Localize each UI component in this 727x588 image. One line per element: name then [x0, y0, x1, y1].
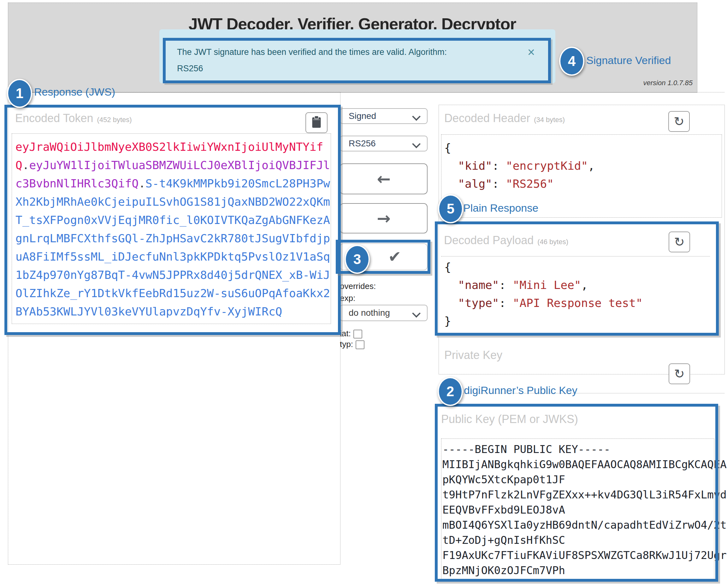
- public-key-line: mBOI4Q6YSXlIa0yzHB69dntN/capadhtEdViZrwO…: [442, 517, 727, 532]
- refresh-icon: ↻: [674, 368, 685, 380]
- code-segment: BYAb53KWLJYVl03keVYUlapvzDqYfv-XyjWIRcQ: [16, 305, 282, 318]
- exp-override-value: do nothing: [349, 308, 390, 318]
- code-segment: :: [492, 159, 506, 172]
- code-segment: [444, 177, 458, 190]
- public-key-line: EEQVBvFFxbd9LEOJ8vA: [442, 502, 727, 517]
- token-type-value: Signed: [349, 111, 376, 121]
- decoded-header-json: { "kid": "encryptKid", "alg": "RS256"}: [444, 139, 595, 211]
- code-segment: "RS256": [506, 177, 554, 190]
- code-line: "alg": "RS256": [444, 175, 595, 193]
- chevron-down-icon: [412, 309, 421, 318]
- code-line: Q.eyJuYW1lIjoiTWluaSBMZWUiLCJ0eXBlIjoiQV…: [16, 156, 330, 174]
- public-key-line: tD+ZoDj+gQnIsHfKhSC: [442, 532, 727, 548]
- check-icon: ✔: [388, 248, 401, 266]
- private-key-title: Private Key: [444, 349, 502, 362]
- right-arrow-icon: →: [377, 209, 391, 228]
- refresh-icon: ↻: [674, 115, 684, 128]
- alert-message-line1: The JWT signature has been verified and …: [177, 44, 518, 60]
- decoded-payload-json: { "name": "Mini Lee", "type": "API Respo…: [444, 258, 643, 330]
- code-segment: OlZIhkZe_rY1DtkVkfEebRd15uz2W-suS6uOPqAf…: [16, 287, 330, 300]
- clipboard-icon: [311, 115, 322, 130]
- code-segment: Xh2KbjMRhAe0kCjeipuILSvhOG1S81jQaxNBD2WO…: [16, 195, 330, 208]
- code-segment: .: [22, 159, 29, 172]
- public-key-line: F19AxUKc7FTiuFKAViUF8SPSXWZGTCa8RKwJ1Uj7…: [442, 548, 727, 563]
- code-line: }: [444, 312, 643, 330]
- decoded-header-title-text: Decoded Header: [444, 112, 530, 125]
- code-segment: "alg": [458, 177, 492, 190]
- code-line: "name": "Mini Lee",: [444, 276, 643, 294]
- typ-label: typ:: [340, 339, 353, 349]
- alert-message: The JWT signature has been verified and …: [177, 44, 518, 77]
- token-type-select[interactable]: Signed: [340, 108, 428, 124]
- public-key-value: -----BEGIN PUBLIC KEY-----MIIBIjANBgkqhk…: [442, 442, 727, 578]
- algorithm-select[interactable]: RS256: [340, 135, 428, 151]
- code-segment: [444, 278, 458, 292]
- code-line: gnLrqLMBFCXthfsGQl-ZhJpHSavC2kR780tJSugV…: [16, 229, 330, 248]
- exp-label: exp:: [340, 293, 355, 303]
- code-segment: c3BvbnNlIHRlc3QifQ: [16, 177, 139, 190]
- jwt-decoder-page: JWT Decoder, Verifier, Generator, Decryp…: [0, 0, 727, 588]
- typ-checkbox[interactable]: [356, 340, 365, 349]
- code-segment: eyJraWQiOiJlbmNyeXB0S2lkIiwiYWxnIjoiUlMy…: [16, 140, 323, 153]
- code-segment: ,: [588, 159, 595, 172]
- refresh-private-key-button[interactable]: ↻: [669, 363, 690, 384]
- public-key-line: BpzMNjOK0zOJFCm7VPh: [442, 563, 727, 578]
- decoded-payload-bytes: (46 bytes): [537, 238, 568, 246]
- code-segment: "Mini Lee": [513, 278, 581, 292]
- copy-token-button[interactable]: [306, 112, 328, 133]
- typ-row: typ:: [340, 339, 365, 349]
- code-line: BYAb53KWLJYVl03keVYUlapvzDqYfv-XyjWIRcQ: [16, 302, 330, 321]
- code-line: T_tsXFPogn0xVVjEqjMR0fic_l0KOIVTKQaZgAbG…: [16, 211, 330, 229]
- exp-override-select[interactable]: do nothing: [340, 305, 428, 321]
- public-key-title: Public Key (PEM or JWKS): [441, 413, 578, 426]
- decode-left-button[interactable]: ←: [340, 163, 428, 194]
- encoded-token-value: eyJraWQiOiJlbmNyeXB0S2lkIiwiYWxnIjoiUlMy…: [16, 138, 330, 321]
- code-segment: :: [499, 278, 513, 292]
- public-key-line: -----BEGIN PUBLIC KEY-----: [442, 442, 727, 457]
- code-line: eyJraWQiOiJlbmNyeXB0S2lkIiwiYWxnIjoiUlMy…: [16, 138, 330, 156]
- annotation-label-signature-verified: Signature Verified: [586, 54, 671, 67]
- alert-close-icon[interactable]: ×: [527, 46, 535, 58]
- alert-message-line2: RS256: [177, 60, 518, 77]
- decoded-payload-title-text: Decoded Payload: [444, 234, 534, 247]
- encoded-token-title: Encoded Token(452 bytes): [15, 112, 132, 125]
- chevron-down-icon: [412, 140, 421, 148]
- code-segment: }: [444, 315, 451, 328]
- annotation-circle-3: 3: [345, 245, 370, 274]
- decoded-payload-title: Decoded Payload(46 bytes): [444, 234, 568, 247]
- code-segment: ,: [581, 278, 588, 292]
- annotation-label-response-jws: Response (JWS): [34, 86, 115, 98]
- code-line: "kid": "encryptKid",: [444, 157, 595, 175]
- decoded-header-title: Decoded Header(34 bytes): [444, 112, 565, 125]
- encoded-token-title-text: Encoded Token: [15, 112, 94, 125]
- code-line: 1bZ4p970nYg87BqT-4vwN5JPPRx8d40j5drQNEX_…: [16, 266, 330, 284]
- alert-verified: The JWT signature has been verified and …: [163, 38, 551, 83]
- left-arrow-icon: ←: [377, 169, 391, 188]
- annotation-label-digirunner-public-key: digiRunner’s Public Key: [464, 384, 578, 397]
- code-segment: "kid": [458, 159, 492, 172]
- iat-label: iat:: [340, 329, 351, 338]
- code-segment: {: [444, 141, 451, 154]
- code-segment: :: [499, 296, 513, 310]
- code-line: c3BvbnNlIHRlc3QifQ.S-t4K9kMMPkb9i20SmcL2…: [16, 174, 330, 193]
- annotation-label-plain-response: Plain Response: [463, 202, 538, 214]
- decoded-payload-divider: [441, 256, 710, 256]
- code-segment: "name": [458, 278, 499, 292]
- code-segment: "API Response test": [513, 296, 643, 310]
- code-line: OlZIhkZe_rY1DtkVkfEebRd15uz2W-suS6uOPqAf…: [16, 284, 330, 302]
- code-line: {: [444, 258, 643, 276]
- iat-checkbox[interactable]: [353, 330, 362, 338]
- code-segment: [444, 159, 458, 172]
- refresh-icon: ↻: [674, 236, 685, 248]
- public-key-line: t9HtP7nFlzk2LnVFgZEXxx++kv4DG3QlL3iR54Fx…: [442, 487, 727, 502]
- code-segment: :: [492, 177, 506, 190]
- code-segment: S-t4K9kMMPkb9i20SmcL28PH3Pw: [145, 177, 330, 190]
- refresh-header-button[interactable]: ↻: [668, 111, 690, 132]
- decoded-header-bytes: (34 bytes): [534, 116, 565, 124]
- refresh-payload-button[interactable]: ↻: [669, 232, 690, 252]
- encode-right-button[interactable]: →: [340, 203, 428, 233]
- code-segment: .: [139, 177, 145, 190]
- code-line: Xh2KbjMRhAe0kCjeipuILSvhOG1S81jQaxNBD2WO…: [16, 193, 330, 211]
- code-line: {: [444, 139, 595, 157]
- version-text: version 1.0.7.85: [582, 79, 692, 87]
